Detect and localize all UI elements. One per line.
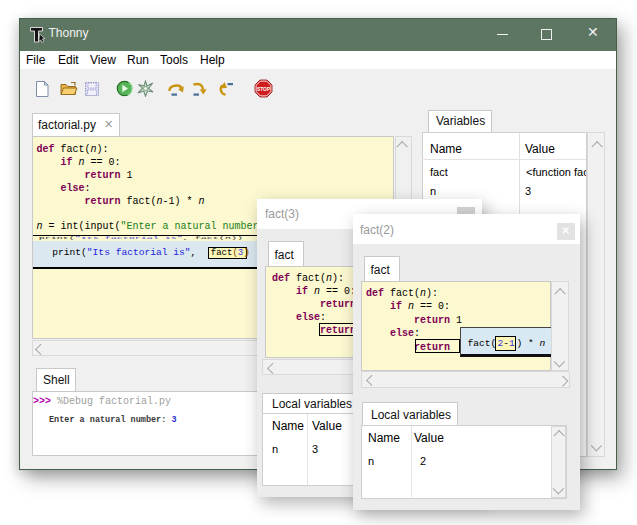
- svg-text:STOP: STOP: [257, 87, 271, 92]
